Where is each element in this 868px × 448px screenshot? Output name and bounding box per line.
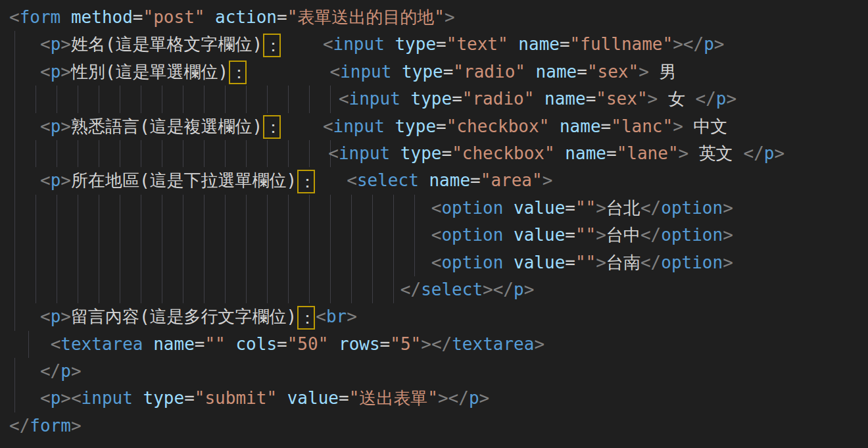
code-token: "radio" bbox=[462, 89, 535, 109]
code-token: = bbox=[606, 143, 617, 163]
code-token: name bbox=[536, 62, 577, 82]
code-line: <p>所在地區(這是下拉選單欄位)： <select name="area"> bbox=[9, 167, 868, 194]
code-token bbox=[281, 116, 323, 136]
code-token: < bbox=[431, 198, 442, 218]
code-token: name bbox=[544, 89, 586, 109]
code-token: > bbox=[648, 89, 658, 109]
code-token: type bbox=[411, 89, 452, 109]
code-token: < bbox=[40, 116, 51, 136]
code-token: select bbox=[357, 170, 419, 190]
code-token: </ bbox=[40, 361, 60, 381]
code-token: > bbox=[596, 253, 606, 272]
code-token: select bbox=[421, 280, 483, 299]
code-token: > bbox=[71, 416, 82, 436]
code-token: textarea bbox=[452, 334, 534, 354]
code-token: 姓名(這是單格文字欄位) bbox=[71, 34, 262, 54]
code-token bbox=[9, 361, 40, 381]
code-token: value bbox=[514, 225, 565, 245]
code-token: > bbox=[679, 143, 689, 163]
code-token: 熟悉語言(這是複選欄位) bbox=[71, 116, 262, 136]
code-token: </ bbox=[696, 89, 716, 109]
code-token bbox=[555, 143, 566, 163]
code-token: name bbox=[518, 34, 560, 54]
code-token: > bbox=[723, 198, 733, 218]
code-token: > bbox=[71, 361, 82, 381]
code-token: cols bbox=[235, 334, 277, 354]
code-line: <p>留言內容(這是多行文字欄位)：<br> bbox=[9, 303, 868, 330]
code-line: </select></p> bbox=[9, 276, 868, 303]
code-token: = bbox=[586, 89, 596, 109]
code-token: = bbox=[195, 334, 205, 354]
unicode-highlight-box: ： bbox=[297, 306, 315, 330]
code-line: <textarea name="" cols="50" rows="5"></t… bbox=[9, 331, 868, 358]
code-token: "checkbox" bbox=[452, 143, 555, 163]
code-token: option bbox=[661, 253, 723, 272]
code-token: = bbox=[601, 116, 612, 136]
code-editor[interactable]: <form method="post" action="表單送出的目的地"> <… bbox=[0, 0, 868, 448]
code-token bbox=[9, 89, 339, 109]
code-line: <input type="radio" name="sex"> 女 </p> bbox=[9, 86, 868, 112]
code-token: value bbox=[514, 253, 565, 272]
code-token: option bbox=[441, 198, 503, 218]
code-token: "text" bbox=[446, 34, 508, 54]
code-token bbox=[205, 7, 215, 27]
code-token: "post" bbox=[143, 7, 205, 27]
code-token: 女 bbox=[658, 89, 695, 109]
code-token bbox=[9, 34, 40, 54]
code-token: 中文 bbox=[683, 116, 728, 136]
code-token bbox=[9, 143, 328, 163]
code-token: type bbox=[143, 388, 185, 408]
code-token: p bbox=[51, 388, 61, 408]
code-token: "sex" bbox=[587, 62, 639, 82]
code-token: < bbox=[431, 225, 442, 245]
code-token: p bbox=[51, 307, 61, 326]
code-token: = bbox=[184, 388, 195, 408]
code-token: type bbox=[402, 62, 443, 82]
code-token: p bbox=[60, 361, 71, 381]
code-token: input bbox=[349, 89, 400, 109]
code-token: > bbox=[774, 143, 784, 163]
code-token: 台北 bbox=[606, 198, 640, 218]
code-token: p bbox=[51, 34, 61, 54]
code-token bbox=[385, 116, 395, 136]
code-token: = bbox=[339, 388, 349, 408]
code-token: = bbox=[380, 334, 391, 354]
code-token: p bbox=[469, 388, 479, 408]
code-token: rows bbox=[339, 334, 380, 354]
code-token: value bbox=[514, 198, 565, 218]
code-token: > bbox=[60, 116, 71, 136]
code-token: > bbox=[445, 7, 455, 27]
code-token: name bbox=[565, 143, 606, 163]
code-token bbox=[316, 170, 347, 190]
code-token: </ bbox=[400, 280, 421, 299]
code-token: < bbox=[431, 253, 442, 272]
code-token bbox=[400, 89, 411, 109]
code-line: <option value="">台南</option> bbox=[9, 249, 868, 276]
code-token: form bbox=[20, 7, 61, 27]
code-token bbox=[9, 280, 400, 299]
code-area: <form method="post" action="表單送出的目的地"> <… bbox=[9, 4, 868, 439]
code-token: value bbox=[287, 388, 339, 408]
code-token bbox=[9, 253, 431, 272]
code-token: < bbox=[328, 143, 339, 163]
code-token: </ bbox=[640, 198, 661, 218]
code-token: < bbox=[316, 307, 326, 326]
code-token: "" bbox=[205, 334, 225, 354]
code-token: < bbox=[51, 334, 61, 354]
code-token: = bbox=[565, 253, 575, 272]
code-token: > bbox=[596, 198, 606, 218]
code-token: > bbox=[60, 170, 71, 190]
code-token: < bbox=[40, 170, 51, 190]
code-token bbox=[503, 225, 514, 245]
code-token: name bbox=[153, 334, 195, 354]
code-token: > bbox=[347, 307, 357, 326]
code-token bbox=[9, 62, 40, 82]
code-token bbox=[390, 143, 400, 163]
code-line: </form> bbox=[9, 412, 868, 439]
code-token: "sex" bbox=[596, 89, 647, 109]
unicode-highlight-box: ： bbox=[297, 170, 315, 193]
code-line: <input type="checkbox" name="lane"> 英文 <… bbox=[9, 140, 868, 167]
code-token: > bbox=[639, 62, 649, 82]
code-token: p bbox=[51, 62, 61, 82]
code-token: < bbox=[9, 7, 20, 27]
